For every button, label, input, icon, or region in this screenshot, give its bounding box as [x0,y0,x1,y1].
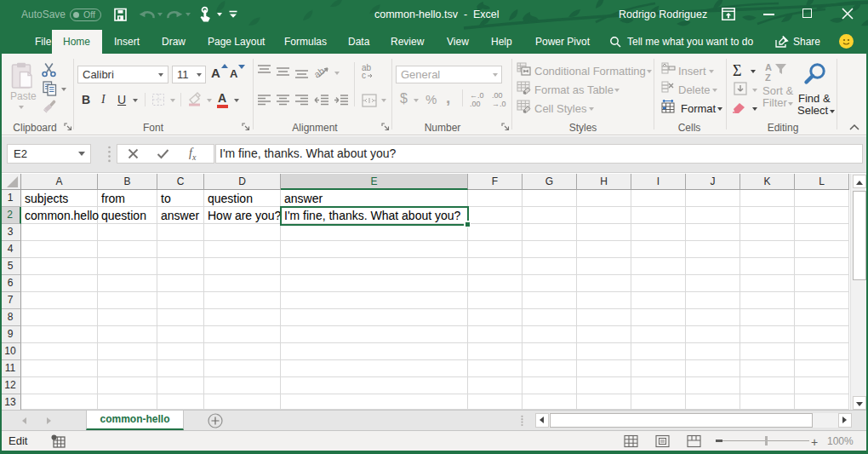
svg-text:Z: Z [765,72,771,83]
svg-text:A: A [765,62,772,72]
svg-text:ab: ab [315,66,326,79]
svg-text:c: c [362,71,366,78]
